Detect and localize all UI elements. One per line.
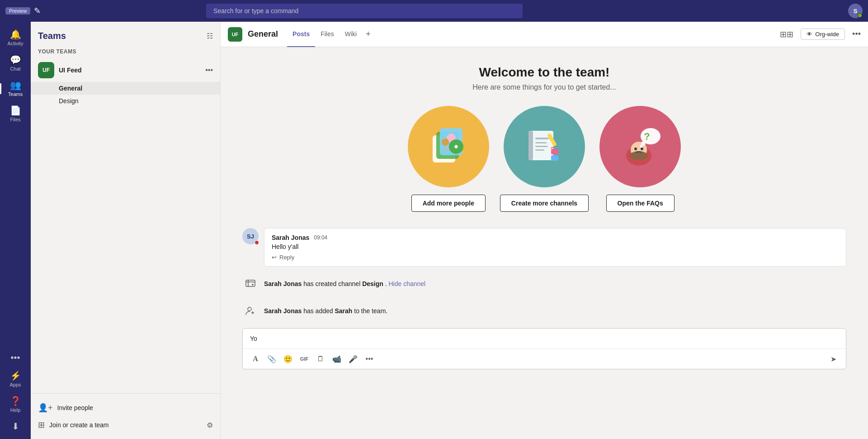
settings-icon[interactable]: ⚙ (207, 421, 213, 429)
welcome-subtitle: Here are some things for you to get star… (221, 83, 868, 91)
your-teams-label: Your teams (31, 47, 220, 58)
meet-icon: 📹 (332, 355, 341, 363)
sidebar-item-files-label: Files (10, 117, 20, 122)
activity-text-part1: has created channel (303, 280, 362, 287)
activity-adder-name: Sarah Jonas (264, 307, 302, 315)
search-bar[interactable]: Search for or type a command (206, 4, 523, 18)
meet-button[interactable]: 📹 (330, 352, 344, 366)
channel-item-general[interactable]: General (31, 82, 220, 95)
create-more-channels-button[interactable]: Create more channels (500, 195, 589, 212)
messages-area: SJ Sarah Jonas 09:04 Hello y'all ↩ Reply (221, 221, 868, 328)
welcome-title: Welcome to the team! (221, 65, 868, 80)
channel-header-right: ⊞⊞ 👁 Org-wide ••• (780, 29, 861, 40)
hide-channel-link[interactable]: Hide channel (389, 280, 426, 287)
attach-button[interactable]: 📎 (264, 352, 279, 366)
user-avatar[interactable]: S (848, 4, 863, 18)
team-item-ui-feed[interactable]: UF UI Feed ••• (31, 58, 220, 82)
channel-more-icon[interactable]: ••• (852, 29, 861, 39)
activity-channel-name: Design (362, 280, 383, 287)
sidebar-item-files[interactable]: 📄 Files (0, 101, 31, 127)
chat-icon: 💬 (10, 55, 21, 64)
svg-point-8 (442, 138, 449, 146)
join-icon: ⊞ (38, 420, 45, 430)
invite-icon: 👤+ (38, 403, 53, 413)
format-icon: A (253, 355, 258, 363)
help-icon: ❓ (10, 396, 21, 406)
sidebar-item-teams[interactable]: 👥 Teams (0, 76, 31, 101)
reply-button[interactable]: ↩ Reply (272, 254, 294, 261)
channel-team-avatar: UF (228, 27, 242, 42)
invite-people-label: Invite people (57, 404, 93, 411)
activity-text-to-team: to the team. (354, 307, 387, 315)
activity-creator-name: Sarah Jonas (264, 280, 302, 287)
sidebar-item-activity[interactable]: 🔔 Activity (0, 25, 31, 51)
filter-icon[interactable]: ☷ (207, 32, 213, 40)
avatar-status-indicator (858, 13, 862, 18)
message-input-field[interactable] (243, 329, 846, 348)
sidebar-item-activity-label: Activity (8, 41, 24, 46)
sidebar-item-more[interactable]: ••• (0, 348, 31, 367)
sidebar-item-download[interactable]: ⬇ (0, 417, 31, 435)
card-illustration-add-people (408, 106, 489, 187)
avatar-initials-sj: SJ (247, 233, 254, 240)
main-content: UF General Posts Files Wiki + ⊞⊞ 👁 Org-w… (221, 22, 868, 439)
sticker-button[interactable]: 🗒 (313, 352, 328, 366)
invite-people-button[interactable]: 👤+ Invite people (38, 399, 213, 416)
gif-button[interactable]: GIF (297, 352, 311, 366)
tab-files[interactable]: Files (315, 22, 340, 47)
apps-icon: ⚡ (10, 371, 21, 380)
teams-panel-bottom: 👤+ Invite people ⊞ Join or create a team… (31, 393, 220, 439)
message-sender-name: Sarah Jonas (272, 234, 309, 241)
svg-point-26 (641, 148, 643, 150)
top-bar: Preview ✎ Search for or type a command S (0, 0, 868, 22)
message-avatar-status (255, 240, 259, 245)
emoji-button[interactable]: 🙂 (281, 352, 295, 366)
activity-added-member: Sarah (335, 307, 352, 315)
svg-rect-14 (535, 138, 549, 139)
participants-icon[interactable]: ⊞⊞ (780, 29, 793, 39)
sidebar-item-teams-label: Teams (8, 91, 23, 97)
svg-rect-31 (246, 280, 255, 286)
gif-icon: GIF (300, 356, 308, 362)
channel-name-design: Design (59, 97, 79, 105)
sidebar-item-apps-label: Apps (9, 382, 21, 387)
org-wide-button[interactable]: 👁 Org-wide (801, 29, 845, 40)
welcome-card-faqs: ? Open the FAQs (599, 106, 681, 212)
tab-posts[interactable]: Posts (287, 22, 315, 47)
compose-icon[interactable]: ✎ (34, 6, 41, 16)
reply-label: Reply (279, 254, 294, 261)
posts-area: Welcome to the team! Here are some thing… (221, 47, 868, 439)
teams-panel-header: Teams ☷ (31, 22, 220, 47)
sidebar-item-help[interactable]: ❓ Help (0, 392, 31, 417)
open-faqs-button[interactable]: Open the FAQs (606, 195, 675, 212)
svg-point-29 (640, 145, 642, 148)
svg-rect-17 (535, 149, 544, 151)
svg-point-36 (248, 307, 251, 311)
more-options-button[interactable]: ••• (362, 352, 377, 366)
format-button[interactable]: A (248, 352, 263, 366)
team-more-icon[interactable]: ••• (205, 66, 213, 74)
message-avatar-sarah: SJ (242, 228, 259, 244)
tab-wiki-label: Wiki (345, 30, 357, 38)
activity-text-channel-created: Sarah Jonas has created channel Design .… (264, 280, 425, 287)
tab-wiki[interactable]: Wiki (340, 22, 362, 47)
message-input-area: A 📎 🙂 GIF 🗒 (221, 328, 868, 377)
card-illustration-faqs: ? (599, 106, 681, 187)
attach-icon: 📎 (267, 355, 276, 363)
sidebar-item-chat[interactable]: 💬 Chat (0, 51, 31, 76)
channel-item-design[interactable]: Design (31, 95, 220, 107)
audio-button[interactable]: 🎤 (346, 352, 360, 366)
nav-bottom: ••• ⚡ Apps ❓ Help ⬇ (0, 348, 31, 435)
activity-text-member-added: Sarah Jonas has added Sarah to the team. (264, 307, 387, 315)
join-create-team-button[interactable]: ⊞ Join or create a team (38, 416, 109, 434)
message-card: Sarah Jonas 09:04 Hello y'all ↩ Reply (264, 228, 846, 267)
channel-created-icon (242, 276, 259, 292)
teams-panel: Teams ☷ Your teams UF UI Feed ••• Genera… (31, 22, 221, 439)
send-icon: ➤ (830, 355, 836, 363)
add-tab-button[interactable]: + (362, 22, 374, 47)
preview-badge: Preview (5, 7, 30, 14)
add-more-people-button[interactable]: Add more people (411, 195, 486, 212)
send-button[interactable]: ➤ (826, 352, 840, 366)
sidebar-item-apps[interactable]: ⚡ Apps (0, 367, 31, 392)
activity-icon: 🔔 (10, 30, 21, 39)
